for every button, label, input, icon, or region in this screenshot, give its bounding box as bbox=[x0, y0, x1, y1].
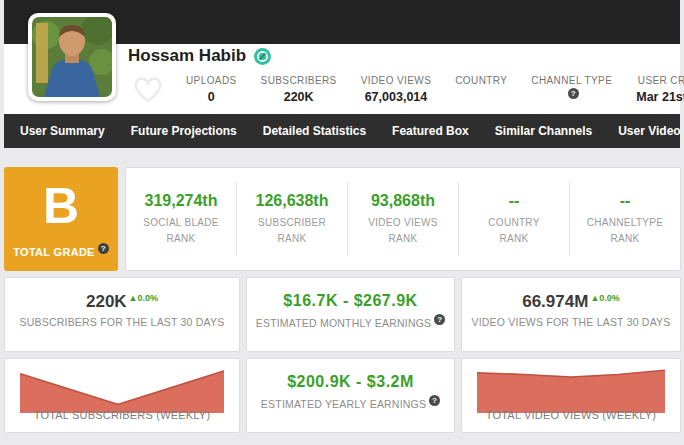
stat-subscribers-value: 220K bbox=[261, 90, 337, 104]
rank-value: 126,638th bbox=[241, 192, 343, 210]
monthly-earnings-label: ESTIMATED MONTHLY EARNINGS? bbox=[247, 314, 454, 329]
rank-label-line2: RANK bbox=[130, 231, 232, 247]
yearly-earnings-label: ESTIMATED YEARLY EARNINGS? bbox=[247, 395, 454, 410]
help-icon[interactable]: ? bbox=[98, 243, 109, 254]
ranks-card: 319,274th SOCIAL BLADE RANK 126,638th SU… bbox=[125, 167, 681, 271]
rank-label: COUNTRY RANK bbox=[463, 215, 565, 246]
stat-video-views-label: VIDEO VIEWS bbox=[361, 75, 432, 86]
stat-user-created-value: Mar 21st, 2013 bbox=[636, 90, 684, 104]
tab-future-projections[interactable]: Future Projections bbox=[118, 124, 250, 138]
yearly-earnings-card: $200.9K - $3.2M ESTIMATED YEARLY EARNING… bbox=[246, 358, 455, 433]
stat-video-views-value: 67,003,014 bbox=[361, 90, 432, 104]
video-views-30-label: VIDEO VIEWS FOR THE LAST 30 DAYS bbox=[462, 316, 680, 328]
rank-label: SOCIAL BLADE RANK bbox=[130, 215, 232, 246]
stat-channel-type-label: CHANNEL TYPE bbox=[531, 75, 612, 86]
stat-uploads: UPLOADS 0 bbox=[174, 70, 249, 104]
rank-video-views: 93,868th VIDEO VIEWS RANK bbox=[347, 182, 458, 256]
grade-badge-icon bbox=[254, 48, 271, 65]
total-video-views-weekly-card: TOTAL VIDEO VIEWS (WEEKLY) bbox=[461, 358, 681, 433]
area-fill bbox=[20, 371, 224, 413]
rank-value: 93,868th bbox=[352, 192, 454, 210]
tab-similar-channels[interactable]: Similar Channels bbox=[482, 124, 605, 138]
total-subscribers-weekly-card: TOTAL SUBSCRIBERS (WEEKLY) bbox=[4, 358, 240, 433]
help-icon[interactable]: ? bbox=[568, 88, 579, 99]
rank-label: VIDEO VIEWS RANK bbox=[352, 215, 454, 246]
profile-photo bbox=[32, 17, 112, 97]
stat-uploads-value: 0 bbox=[186, 90, 237, 104]
grade-label-text: TOTAL GRADE bbox=[13, 246, 95, 258]
rank-label-line1: SOCIAL BLADE bbox=[130, 215, 232, 231]
stat-subscribers-label: SUBSCRIBERS bbox=[261, 75, 337, 86]
tab-user-summary[interactable]: User Summary bbox=[7, 124, 118, 138]
favorite-heart-icon[interactable] bbox=[132, 74, 164, 104]
stat-country: COUNTRY bbox=[443, 70, 519, 90]
stat-country-label: COUNTRY bbox=[455, 75, 507, 86]
subscribers-30-value: 220K bbox=[86, 292, 127, 312]
video-views-30-delta: ▲0.0% bbox=[590, 293, 619, 303]
stat-video-views: VIDEO VIEWS 67,003,014 bbox=[349, 70, 444, 104]
rank-label-line1: COUNTRY bbox=[463, 215, 565, 231]
header-stats: UPLOADS 0 SUBSCRIBERS 220K VIDEO VIEWS 6… bbox=[174, 70, 684, 108]
rank-label: CHANNELTYPE RANK bbox=[574, 215, 676, 246]
tab-featured-box[interactable]: Featured Box bbox=[379, 124, 482, 138]
rank-label-line2: RANK bbox=[574, 231, 676, 247]
subscribers-weekly-chart bbox=[20, 367, 224, 413]
rank-value: -- bbox=[463, 192, 565, 210]
rank-value: 319,274th bbox=[130, 192, 232, 210]
stat-uploads-label: UPLOADS bbox=[186, 75, 237, 86]
channel-title-row: Hossam Habib bbox=[128, 46, 271, 66]
rank-value: -- bbox=[574, 192, 676, 210]
video-views-30-value: 66.974M bbox=[522, 292, 588, 312]
monthly-earnings-label-text: ESTIMATED MONTHLY EARNINGS bbox=[256, 317, 432, 329]
rank-channeltype: -- CHANNELTYPE RANK bbox=[569, 182, 680, 256]
stat-channel-type: CHANNEL TYPE? bbox=[519, 70, 624, 108]
grade-letter: B bbox=[4, 181, 118, 231]
yearly-earnings-label-text: ESTIMATED YEARLY EARNINGS bbox=[261, 398, 426, 410]
rank-label: SUBSCRIBER RANK bbox=[241, 215, 343, 246]
rank-label-line1: CHANNELTYPE bbox=[574, 215, 676, 231]
stat-user-created: USER CREATED Mar 21st, 2013 bbox=[624, 70, 684, 104]
subscribers-30-days-card: 220K▲0.0% SUBSCRIBERS FOR THE LAST 30 DA… bbox=[4, 277, 240, 352]
monthly-earnings-card: $16.7K - $267.9K ESTIMATED MONTHLY EARNI… bbox=[246, 277, 455, 352]
video-views-30-days-card: 66.974M▲0.0% VIDEO VIEWS FOR THE LAST 30… bbox=[461, 277, 681, 352]
rank-label-line2: RANK bbox=[352, 231, 454, 247]
tab-detailed-statistics[interactable]: Detailed Statistics bbox=[250, 124, 379, 138]
rank-label-line2: RANK bbox=[241, 231, 343, 247]
total-grade-card: B TOTAL GRADE? bbox=[4, 167, 118, 271]
avatar[interactable] bbox=[28, 13, 116, 101]
subscribers-30-label: SUBSCRIBERS FOR THE LAST 30 DAYS bbox=[5, 316, 239, 328]
video-views-weekly-chart bbox=[477, 367, 665, 413]
help-icon[interactable]: ? bbox=[434, 314, 445, 325]
channel-name: Hossam Habib bbox=[128, 46, 246, 66]
rank-country: -- COUNTRY RANK bbox=[458, 182, 569, 256]
subscribers-weekly-chart-label: TOTAL SUBSCRIBERS (WEEKLY) bbox=[5, 409, 239, 421]
rank-label-line2: RANK bbox=[463, 231, 565, 247]
stat-subscribers: SUBSCRIBERS 220K bbox=[249, 70, 349, 104]
stat-user-created-label: USER CREATED bbox=[638, 75, 684, 86]
grade-label: TOTAL GRADE? bbox=[4, 243, 118, 258]
socialblade-user-summary-page: Hossam Habib UPLOADS 0 SUBSCRIBERS 220K … bbox=[0, 0, 684, 445]
tab-user-videos[interactable]: User Videos bbox=[605, 124, 680, 138]
tab-bar: User Summary Future Projections Detailed… bbox=[4, 114, 680, 148]
rank-social-blade: 319,274th SOCIAL BLADE RANK bbox=[126, 182, 236, 256]
rank-label-line1: VIDEO VIEWS bbox=[352, 215, 454, 231]
video-views-weekly-chart-label: TOTAL VIDEO VIEWS (WEEKLY) bbox=[462, 409, 680, 421]
yearly-earnings-value: $200.9K - $3.2M bbox=[247, 373, 454, 391]
rank-subscriber: 126,638th SUBSCRIBER RANK bbox=[236, 182, 347, 256]
help-icon[interactable]: ? bbox=[429, 395, 440, 406]
subscribers-30-delta: ▲0.0% bbox=[129, 293, 158, 303]
channel-header: Hossam Habib UPLOADS 0 SUBSCRIBERS 220K … bbox=[4, 44, 680, 114]
monthly-earnings-value: $16.7K - $267.9K bbox=[247, 292, 454, 310]
rank-label-line1: SUBSCRIBER bbox=[241, 215, 343, 231]
